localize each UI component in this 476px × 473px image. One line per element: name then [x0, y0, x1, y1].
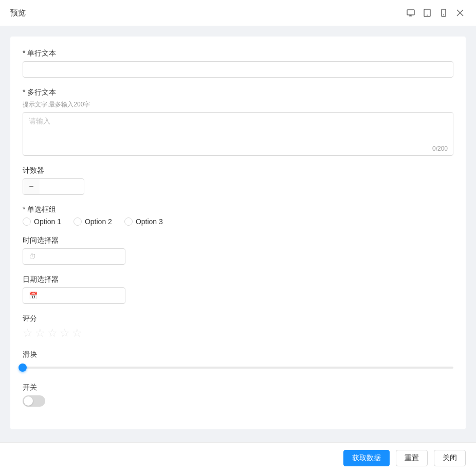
multi-line-input[interactable]	[23, 113, 453, 154]
close-icon[interactable]	[454, 7, 466, 19]
star-3[interactable]: ☆	[47, 326, 58, 340]
slider-wrapper	[23, 362, 453, 373]
rating-label: 评分	[23, 314, 453, 323]
date-picker-field: 日期选择器 📅	[23, 275, 453, 304]
close-button[interactable]: 关闭	[434, 450, 466, 466]
radio-label-1: Option 1	[34, 217, 61, 226]
textarea-wrapper: 0/200	[23, 112, 453, 156]
counter-minus-button[interactable]: −	[23, 179, 40, 194]
main-content: * 单行文本 * 多行文本 提示文字,最多输入200字 0/200 计数器 − …	[0, 26, 476, 439]
time-picker-label: 时间选择器	[23, 236, 453, 245]
single-line-field: * 单行文本	[23, 49, 453, 78]
star-group: ☆ ☆ ☆ ☆ ☆	[23, 326, 453, 340]
mobile-icon[interactable]	[438, 7, 449, 19]
clock-icon: ⏱	[29, 252, 36, 261]
form-card: * 单行文本 * 多行文本 提示文字,最多输入200字 0/200 计数器 − …	[10, 37, 466, 429]
radio-option-1[interactable]: Option 1	[23, 217, 61, 226]
multi-line-label: * 多行文本	[23, 88, 453, 97]
toggle-label: 开关	[23, 383, 453, 392]
get-data-button[interactable]: 获取数据	[343, 450, 390, 466]
date-picker-label: 日期选择器	[23, 275, 453, 284]
date-picker-input[interactable]: 📅	[23, 287, 125, 304]
time-picker-input[interactable]: ⏱	[23, 248, 125, 265]
time-picker-field: 时间选择器 ⏱	[23, 236, 453, 265]
single-line-label: * 单行文本	[23, 49, 453, 58]
counter-input[interactable]: 0	[40, 183, 84, 191]
radio-label-2: Option 2	[85, 217, 112, 226]
svg-rect-0	[407, 10, 414, 15]
tablet-icon[interactable]	[422, 7, 433, 19]
slider-track	[23, 367, 453, 369]
toggle-wrapper	[23, 395, 453, 407]
radio-option-3[interactable]: Option 3	[124, 217, 163, 226]
multi-line-field: * 多行文本 提示文字,最多输入200字 0/200	[23, 88, 453, 156]
star-5[interactable]: ☆	[72, 326, 82, 340]
radio-group-field: * 单选框组 Option 1 Option 2 Option 3	[23, 205, 453, 226]
title-bar-actions	[405, 7, 466, 19]
star-2[interactable]: ☆	[35, 326, 45, 340]
slider-label: 滑块	[23, 350, 453, 359]
textarea-count: 0/200	[432, 145, 448, 152]
counter-label: 计数器	[23, 166, 453, 175]
radio-circle-2	[74, 217, 82, 226]
slider-field: 滑块	[23, 350, 453, 373]
footer: 获取数据 重置 关闭	[0, 442, 476, 473]
radio-group: Option 1 Option 2 Option 3	[23, 217, 453, 226]
title-bar: 预览	[0, 0, 476, 26]
counter-wrapper: − 0 +	[23, 178, 84, 195]
radio-label-3: Option 3	[136, 217, 163, 226]
title: 预览	[10, 8, 26, 18]
multi-line-hint: 提示文字,最多输入200字	[23, 100, 453, 109]
toggle-field: 开关	[23, 383, 453, 407]
counter-field: 计数器 − 0 +	[23, 166, 453, 195]
desktop-icon[interactable]	[405, 7, 416, 19]
toggle-thumb	[24, 396, 33, 406]
toggle-switch[interactable]	[23, 395, 45, 407]
calendar-icon: 📅	[29, 292, 38, 300]
single-line-input[interactable]	[23, 61, 453, 78]
radio-group-label: * 单选框组	[23, 205, 453, 214]
star-1[interactable]: ☆	[23, 326, 33, 340]
radio-option-2[interactable]: Option 2	[74, 217, 112, 226]
star-4[interactable]: ☆	[60, 326, 70, 340]
reset-button[interactable]: 重置	[396, 450, 428, 466]
radio-circle-3	[124, 217, 133, 226]
rating-field: 评分 ☆ ☆ ☆ ☆ ☆	[23, 314, 453, 340]
radio-circle-1	[23, 217, 31, 226]
